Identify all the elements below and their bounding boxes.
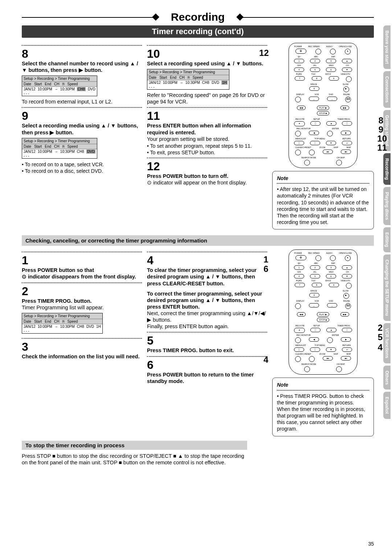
step-10-number: 10 [147,48,267,60]
step-11-body: Your program setting will be stored. [147,136,267,142]
step-11-head: Press ENTER button when all information … [147,122,267,135]
step-9-head: Select a recording media using ▲ / ▼ but… [22,122,142,135]
step-12-body: ⊙ indicator will appear on the front dis… [147,179,267,186]
step-1-head: Press POWER button so that [22,267,142,273]
tab-connections[interactable]: Connections [383,71,391,108]
note-bottom: Note • Press TIMER PROG. button to check… [272,378,374,436]
tab-playing-discs[interactable]: Playing discs [383,187,391,225]
step-11-number: 11 [147,110,267,122]
note-top-title: Note [277,175,369,182]
note-top-body: • After step 12, the unit will be turned… [277,186,369,225]
step-12-head: Press POWER button to turn off. [147,173,267,179]
subtitle-bar: Timer recording (cont'd) [22,25,374,38]
menu-box-step10: Setup > Recording > Timer Programming Da… [147,69,229,90]
menu-box-step2: Setup > Recording > Timer Programming Da… [22,313,103,334]
step-2-head: Press TIMER PROG. button. [22,298,142,304]
remote-diagram-top: 12 8 9 10 11 POWERREC SPEEDAUDIOOPEN/CLO… [272,43,374,168]
stop-title: To stop the timer recording in process [22,441,247,450]
step-10-head: Select a recording speed using ▲ / ▼ but… [147,60,267,67]
tab-editing[interactable]: Editing [383,227,391,252]
step-2-number: 2 [22,285,142,297]
callout-8: 8 [379,115,383,126]
step-9-number: 9 [22,110,142,122]
step-5-number: 5 [147,335,267,346]
step-4-head-2: To correct the timer programming, select… [147,290,267,310]
step-1-number: 1 [22,254,142,266]
side-tabs: Before you start Connections Getting sta… [383,25,392,421]
step-3-head: Check the information on the list you wi… [22,353,142,360]
step-1-body: ⊙ indicator disappears from the front di… [22,273,142,280]
callout-11: 11 [377,143,387,153]
step-8-body: To record from external input, L1 or L2. [22,98,142,105]
page-title: Recording [171,11,225,23]
step-4-body: Next, correct the timer programming usin… [147,310,267,330]
step-8-number: 8 [22,48,142,60]
step-3-number: 3 [22,341,142,353]
remote-illustration-2: POWERREC SPEEDAUDIOOPEN/CLOSE ⏻▲ @/:ABCD… [289,249,358,375]
step-9-bullet-1: • To record on to a tape, select VCR. [22,162,142,167]
step-12-number: 12 [147,160,267,172]
callout-2: 2 [378,323,383,333]
section-2-title: Checking, canceling, or correcting the t… [22,235,374,246]
step-10-body: Refer to "Recording speed" on page 26 fo… [147,92,267,105]
callout-6: 6 [264,264,268,274]
step-5-head: Press TIMER PROG. button to exit. [147,347,267,354]
callout-10: 10 [377,134,387,144]
step-6-number: 6 [147,359,267,371]
callout-1: 1 [264,254,268,265]
step-11-bullet-2: • To exit, press SETUP button. [147,150,267,155]
note-bottom-title: Note [277,382,369,388]
step-11-bullet-1: • To set another program, repeat steps 5… [147,143,267,149]
callout-4-right: 4 [378,342,383,353]
callout-9: 9 [379,125,383,135]
step-6-head: Press POWER button to return to the time… [147,371,267,384]
note-bottom-body: • Press TIMER PROG. button to check the … [277,393,369,432]
page-title-wrap: Recording [22,11,374,23]
step-2-body: Timer Programming list will appear. [22,304,142,311]
callout-5: 5 [378,332,383,342]
remote-diagram-bottom: 1 6 2 5 4 4 POWERREC SPEEDAUDIOOPEN/CLOS… [272,249,374,375]
callout-4-left: 4 [264,355,268,365]
tab-setup-menu[interactable]: Changing the SETUP menu [383,254,391,321]
step-4-head-1: To clear the timer programming, select y… [147,267,267,286]
note-top: Note • After step 12, the unit will be t… [272,171,374,229]
step-9-bullet-2: • To record on to a disc, select DVD. [22,168,142,174]
tab-vcr-functions[interactable]: VCR functions [383,323,391,363]
menu-box-step9: Setup > Recording > Timer Programming Da… [22,138,97,159]
tab-others[interactable]: Others [383,366,391,390]
tab-recording[interactable]: Recording [383,153,391,185]
menu-box-step8: Setup > Recording > Timer Programming Da… [22,76,97,96]
tab-before-you-start[interactable]: Before you start [383,25,391,69]
tab-espanol[interactable]: Español [383,392,391,419]
step-8-head: Select the channel number to record usin… [22,60,142,73]
stop-body: Press STOP ■ button to stop the disc rec… [22,453,247,466]
callout-12: 12 [259,48,269,58]
page-number: 35 [368,541,374,547]
step-4-number: 4 [147,254,267,266]
remote-illustration: POWERREC SPEEDAUDIOOPEN/CLOSE ⏻▲ @/:ABCD… [289,43,358,168]
